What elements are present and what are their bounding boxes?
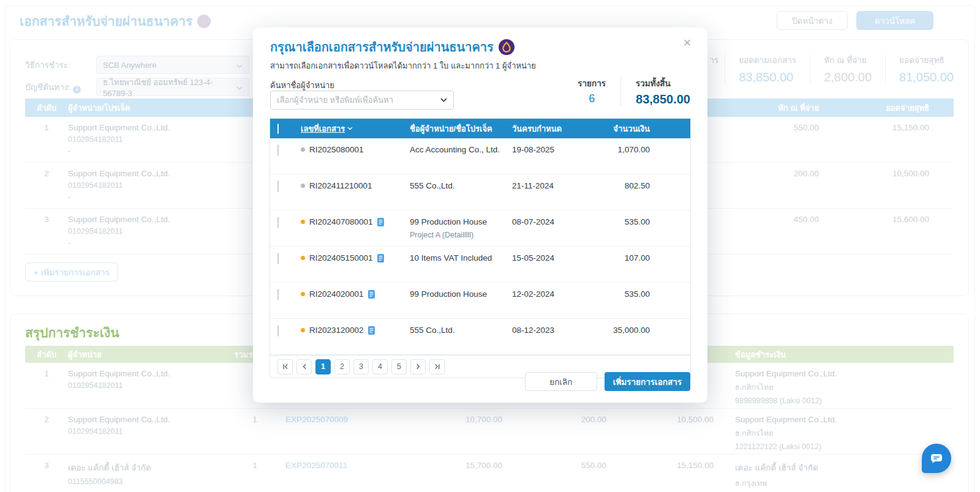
- amount: 35,000.00: [592, 326, 650, 335]
- vendor-tax-id: 0102954182011: [68, 381, 224, 390]
- document-icon[interactable]: [377, 218, 384, 226]
- due-date: 19-08-2025: [512, 145, 592, 154]
- stat-value: 83,850.00: [739, 70, 796, 84]
- payment-method-select[interactable]: SCB Anywhere: [96, 56, 249, 74]
- vendor-name: เดอะ แค้กตี้ เฮ้าส์ จำกัด: [68, 461, 224, 474]
- document-icon[interactable]: [368, 326, 375, 335]
- vendor-name: Support Equipment Co.,Ltd.: [68, 215, 270, 224]
- vendor-name: Support Equipment Co.,Ltd.: [68, 169, 270, 178]
- chevron-down-icon: [440, 98, 447, 102]
- modal-documents-table: เลขที่เอกสาร ชื่อผู้จำหน่าย/ชื่อโปรเจ็ค …: [270, 118, 691, 378]
- amount-header: จำนวนเงิน: [592, 122, 650, 135]
- vendor-select[interactable]: [270, 91, 454, 110]
- payment-method-value: SCB Anywhere: [103, 61, 156, 70]
- add-document-items-button[interactable]: เพิ่มรายการเอกสาร: [605, 372, 690, 391]
- modal-stats: รายการ 6 รวมทั้งสิ้น 83,850.00: [563, 76, 690, 106]
- net-amount: 15,150.00: [606, 461, 714, 492]
- doc-no: RI2025080001: [309, 145, 364, 154]
- sort-doc-no-header[interactable]: เลขที่เอกสาร: [301, 122, 410, 135]
- source-account-label: บัญชีต้นทาง:i: [25, 80, 81, 94]
- document-row: RI202405150001 10 Items VAT Included 15-…: [270, 247, 690, 283]
- document-icon[interactable]: [368, 290, 375, 299]
- vendor-cell: Support Equipment Co.,Ltd. 0102954182011…: [68, 215, 270, 254]
- page-title: เอกสารสำหรับจ่ายผ่านธนาคาร: [20, 11, 211, 31]
- row-checkbox[interactable]: [277, 325, 279, 337]
- row-index: 1: [25, 369, 68, 408]
- info-icon: i: [73, 86, 81, 94]
- summary-stats: าร ยอดตามเอกสาร 83,850.00 หัก ณ ที่จ่าย …: [709, 53, 954, 84]
- payee-name: Support Equipment Co.,Ltd.: [735, 369, 954, 378]
- vendor-search-input[interactable]: [271, 95, 440, 105]
- row-index: 3: [25, 461, 68, 492]
- payment-info-cell: Support Equipment Co.,Ltd. ธ.กสิกรไทย 98…: [735, 369, 954, 408]
- document-row: RI2023120002 555 Co.,Ltd. 08-12-2023 35,…: [270, 319, 690, 355]
- vendor-name: 555 Co.,Ltd.: [410, 181, 512, 190]
- scb-logo-icon: [499, 39, 514, 55]
- status-dot: [301, 292, 305, 296]
- stat-net: ยอดจ่ายสุทธิ 81,050.00: [886, 53, 954, 84]
- due-date: 15-05-2024: [512, 253, 592, 263]
- pagination-next-button[interactable]: [410, 359, 426, 375]
- download-button[interactable]: ดาวน์โหลด: [856, 11, 933, 30]
- col-wht: หัก ณ ที่จ่าย: [715, 102, 819, 114]
- vendor-tax-id: 0102954182011: [68, 181, 270, 190]
- doc-link[interactable]: EXP2025070011: [285, 461, 356, 492]
- doc-no: RI2024020001: [309, 289, 364, 299]
- cancel-button[interactable]: ยกเลิก: [525, 372, 597, 391]
- amount: 1,070.00: [592, 145, 650, 154]
- row-checkbox[interactable]: [277, 181, 279, 192]
- pagination-page-5[interactable]: 5: [391, 359, 407, 375]
- summary-row: 2 Support Equipment Co.,Ltd. 01029541820…: [25, 409, 954, 455]
- row-checkbox[interactable]: [277, 144, 279, 156]
- due-date: 08-07-2024: [512, 217, 592, 226]
- amount: 535.00: [592, 217, 650, 226]
- source-account-select[interactable]: ธ.ไทยพาณิชย์ ออมทรัพย์ 123-4-56789-3: [96, 78, 249, 96]
- stat-wht: หัก ณ ที่จ่าย 2,800.00: [810, 53, 885, 84]
- payee-name: เดอะ แค้กตี้ เฮ้าส์ จำกัด: [735, 461, 954, 474]
- stat-label: หัก ณ ที่จ่าย: [824, 53, 872, 67]
- vendor-name: Support Equipment Co.,Ltd.: [68, 123, 270, 132]
- chevron-down-icon: [236, 61, 243, 70]
- select-all-checkbox[interactable]: [277, 124, 279, 134]
- pagination-page-2[interactable]: 2: [334, 359, 350, 375]
- modal-subtitle: สามารถเลือกเอกสารเพื่อดาวน์โหลดได้มากกว่…: [270, 59, 536, 72]
- stat-doc-total: ยอดตามเอกสาร 83,850.00: [725, 53, 810, 84]
- payment-summary-title: สรุปการชำระเงิน: [25, 322, 119, 343]
- pagination-last-button[interactable]: [429, 359, 445, 375]
- status-dot: [301, 220, 305, 224]
- row-checkbox[interactable]: [277, 217, 279, 228]
- close-window-button[interactable]: ปิดหน้าต่าง: [777, 11, 848, 30]
- pagination-page-1[interactable]: 1: [315, 359, 331, 375]
- due-date: 12-02-2024: [512, 289, 592, 299]
- pagination-prev-button[interactable]: [296, 359, 312, 375]
- document-icon[interactable]: [377, 254, 384, 263]
- add-document-button[interactable]: + เพิ่มรายการเอกสาร: [25, 263, 118, 281]
- payee-name: Support Equipment Co.,Ltd.: [735, 415, 954, 424]
- stat-value: 2,800.00: [824, 70, 872, 84]
- row-checkbox[interactable]: [277, 289, 279, 300]
- chat-widget-button[interactable]: [922, 444, 951, 473]
- summary-row: 3 เดอะ แค้กตี้ เฮ้าส์ จำกัด 011555000498…: [25, 455, 954, 492]
- row-checkbox[interactable]: [277, 253, 279, 264]
- vendor-cell: Support Equipment Co.,Ltd. 0102954182011: [68, 415, 224, 454]
- col-vendor: ผู้จำหน่าย: [68, 348, 224, 361]
- modal-title: กรุณาเลือกเอกสารสำหรับจ่ายผ่านธนาคาร: [270, 37, 494, 57]
- sort-chevron-icon: [347, 127, 353, 130]
- amount: 107.00: [592, 253, 650, 263]
- total-stat: รวมทั้งสิ้น 83,850.00: [621, 76, 690, 106]
- vendor-tax-id: 0115550004983: [68, 477, 224, 486]
- clipped-stat-label: าร: [709, 53, 725, 84]
- items-count: 6: [578, 92, 606, 105]
- col-index: ลำดับ: [25, 102, 68, 114]
- vendor-cell: เดอะ แค้กตี้ เฮ้าส์ จำกัด 0115550004983: [68, 461, 224, 492]
- close-icon[interactable]: ×: [678, 34, 696, 52]
- doc-link[interactable]: EXP2025070009: [285, 415, 356, 454]
- pagination-page-4[interactable]: 4: [372, 359, 388, 375]
- pagination-page-3[interactable]: 3: [353, 359, 369, 375]
- bank-name: ธ.กสิกรไทย: [735, 427, 954, 439]
- search-vendor-label: ค้นหาชื่อผู้จำหน่าย: [270, 79, 334, 92]
- due-date-header: วันครบกำหนด: [512, 122, 592, 135]
- pagination-first-button[interactable]: [277, 359, 293, 375]
- due-date: 08-12-2023: [512, 326, 592, 335]
- payment-info-cell: เดอะ แค้กตี้ เฮ้าส์ จำกัด ธ.กรุงเทพ: [735, 461, 954, 492]
